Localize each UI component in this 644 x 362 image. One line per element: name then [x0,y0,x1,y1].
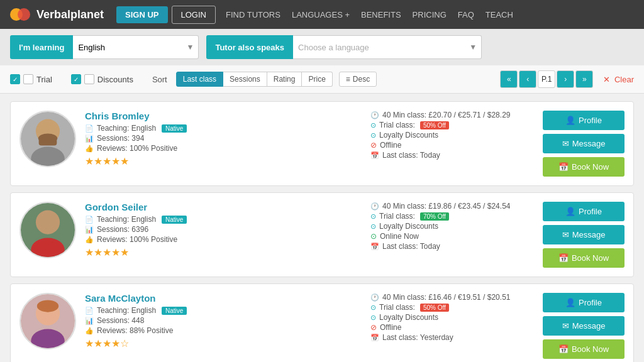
trial-off-badge: 50% Off [420,304,449,312]
native-badge: Native [162,307,187,315]
trial-filter-group: ✓ Trial [10,74,52,84]
learning-group: I'm learning English Spanish French ▼ [10,35,199,59]
desc-button[interactable]: ≡ Desc [339,72,377,87]
discounts-checkbox-empty[interactable] [84,74,94,84]
tutor-details: 🕐 40 Min class: £16.46 / €19.51 / $20.51… [370,293,534,359]
lastclass-row: 📅 Last class: Today [370,242,534,251]
profile-button[interactable]: 👤 Profile [543,202,625,221]
loyalty-row: ⊙ Loyalty Discounts [370,222,534,231]
status-row: ⊘ Offline [370,323,534,332]
learning-select[interactable]: English Spanish French [73,35,199,59]
discounts-filter-group: ✓ Discounts [71,74,133,84]
sort-lastclass-button[interactable]: Last class [176,72,223,87]
message-label: Message [572,139,606,148]
discounts-checkbox[interactable]: ✓ [71,74,81,84]
tutor-speaks-select-wrapper: Choose a language English Spanish French… [293,35,482,59]
message-button[interactable]: ✉ Message [543,316,625,336]
reviews-icon: 👍 [85,145,94,153]
profile-icon: 👤 [565,298,575,307]
tutor-actions: 👤 Profile ✉ Message 📅 Book Now [543,293,625,359]
status-text: Offline [380,323,401,332]
nav-link-findtutors[interactable]: FIND TUTORS [226,10,280,19]
page-current-button[interactable]: P.1 [538,70,555,88]
price-icon: 🕐 [370,202,379,211]
tutor-speaks-select[interactable]: Choose a language English Spanish French [293,35,482,59]
message-icon: ✉ [562,139,569,148]
tutor-teaching-label: Teaching: English [97,215,156,224]
loyalty-text: Loyalty Discounts [379,222,438,231]
tutor-meta: 📄 Teaching: English Native 📊 Sessions: 4… [85,306,362,335]
message-button[interactable]: ✉ Message [543,225,625,244]
tutor-actions: 👤 Profile ✉ Message 📅 Book Now [543,111,625,177]
logo: Verbalplanet [10,6,104,23]
svg-point-16 [37,300,58,312]
loyalty-icon: ⊙ [370,314,376,322]
trial-row: ⊙ Trial class: 50% Off [370,121,534,129]
nav-link-faq[interactable]: FAQ [458,10,474,19]
tutor-card: Chris Bromley 📄 Teaching: English Native… [10,101,634,186]
tutor-reviews: Reviews: 100% Positive [97,144,177,153]
sort-price-button[interactable]: Price [302,72,332,87]
tutor-info: Gordon Seiler 📄 Teaching: English Native… [85,202,362,268]
sessions-icon: 📊 [85,317,94,325]
tutor-stars: ★★★★★ [85,155,362,167]
status-text: Offline [380,141,401,150]
nav-link-benefits[interactable]: BENEFITS [361,10,401,19]
native-badge: Native [162,216,187,224]
discounts-label: Discounts [97,75,133,84]
loyalty-icon: ⊙ [370,222,376,231]
book-button[interactable]: 📅 Book Now [543,339,625,359]
nav-link-pricing[interactable]: PRICING [413,10,447,19]
trial-checkbox[interactable]: ✓ [10,74,20,84]
signup-button[interactable]: SIGN UP [116,6,167,23]
learning-label: I'm learning [10,35,73,59]
pagination: « ‹ P.1 › » [500,70,593,88]
page-next-button[interactable]: › [557,70,574,88]
message-button[interactable]: ✉ Message [543,134,625,153]
price-icon: 🕐 [370,111,379,119]
profile-label: Profile [579,298,602,307]
offline-icon: ⊘ [370,323,377,332]
sort-sessions-button[interactable]: Sessions [223,72,267,87]
book-label: Book Now [572,344,609,354]
message-label: Message [572,230,606,239]
page-prev-button[interactable]: ‹ [519,70,536,88]
tutor-teaching-label: Teaching: English [97,124,156,133]
tutor-info: Sara McClayton 📄 Teaching: English Nativ… [85,293,362,359]
tutor-stars: ★★★★☆ [85,337,362,349]
sort-label: Sort [152,75,167,84]
teaching-icon: 📄 [85,124,94,133]
lastclass-icon: 📅 [370,243,379,251]
tutor-avatar [19,293,76,349]
profile-button[interactable]: 👤 Profile [543,111,625,130]
trial-checkbox-empty[interactable] [23,74,33,84]
book-icon: 📅 [558,253,569,263]
page-first-button[interactable]: « [500,70,518,88]
tutor-info: Chris Bromley 📄 Teaching: English Native… [85,111,362,177]
tutor-meta: 📄 Teaching: English Native 📊 Sessions: 3… [85,124,362,153]
tutor-card: Sara McClayton 📄 Teaching: English Nativ… [10,283,634,362]
tutor-price: 40 Min class: £16.46 / €19.51 / $20.51 [382,293,510,302]
sort-icon: ≡ [346,75,350,84]
book-button[interactable]: 📅 Book Now [543,248,625,268]
profile-label: Profile [579,207,602,216]
trial-check-icon: ⊙ [370,212,376,221]
nav-links: FIND TUTORSLANGUAGES +BENEFITSPRICINGFAQ… [226,10,513,19]
svg-rect-7 [39,138,57,145]
tutor-actions: 👤 Profile ✉ Message 📅 Book Now [543,202,625,268]
profile-button[interactable]: 👤 Profile [543,293,625,312]
nav-link-languages[interactable]: LANGUAGES + [292,10,350,19]
lastclass-icon: 📅 [370,334,379,342]
clear-button[interactable]: ✕ Clear [603,75,634,84]
book-button[interactable]: 📅 Book Now [543,157,625,177]
page-last-button[interactable]: » [575,70,593,88]
status-row: ⊙ Online Now [370,232,534,241]
tutor-teaching-row: 📄 Teaching: English Native [85,306,362,315]
native-badge: Native [162,124,187,133]
lastclass-icon: 📅 [370,151,379,160]
trial-row: ⊙ Trial class: 50% Off [370,303,534,312]
nav-link-teach[interactable]: TEACH [486,10,513,19]
book-label: Book Now [572,162,609,172]
sort-rating-button[interactable]: Rating [267,72,303,87]
login-button[interactable]: LOGIN [172,6,216,24]
